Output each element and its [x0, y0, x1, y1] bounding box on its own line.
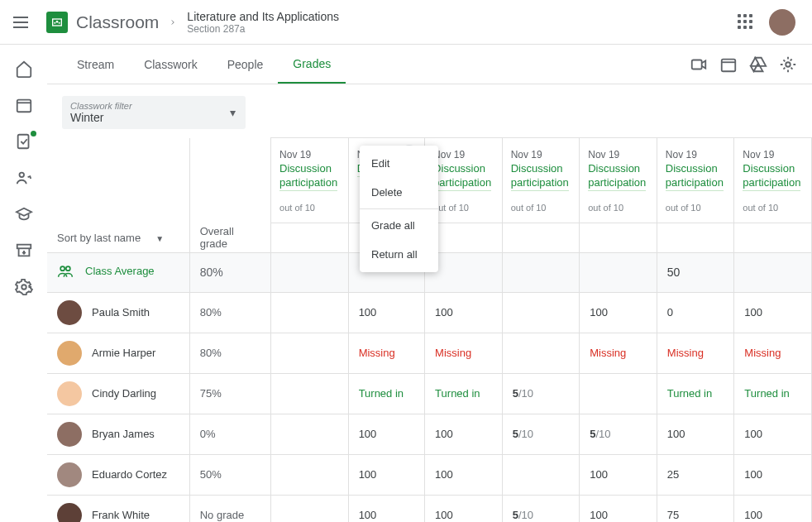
home-icon[interactable]: [15, 60, 33, 78]
assignment-header[interactable]: Nov 19Discussion participationout of 10: [271, 138, 349, 223]
grade-cell[interactable]: 5/10: [502, 414, 580, 454]
grade-cell[interactable]: 100: [425, 454, 503, 495]
grade-cell[interactable]: Turned in: [348, 373, 424, 414]
drive-icon[interactable]: [749, 55, 767, 74]
grade-cell[interactable]: [502, 333, 580, 373]
settings-icon[interactable]: [15, 278, 33, 296]
calendar-icon[interactable]: [15, 96, 33, 114]
assignment-link[interactable]: Discussion participation: [588, 162, 646, 191]
grade-cell[interactable]: Missing: [348, 333, 424, 373]
sort-by-last-name[interactable]: Sort by last name▼: [47, 223, 189, 252]
grade-cell[interactable]: 100: [348, 414, 424, 454]
grade-cell[interactable]: 100: [580, 454, 657, 495]
calendar-tab-icon[interactable]: [719, 55, 738, 74]
brand-name[interactable]: Classroom: [76, 12, 159, 32]
assignment-link[interactable]: Discussion participation: [743, 162, 800, 191]
filter-value: Winter: [70, 111, 237, 124]
grade-cell[interactable]: 25: [657, 454, 734, 495]
grade-cell[interactable]: [271, 373, 349, 414]
student-overall: 0%: [189, 414, 270, 454]
grade-cell[interactable]: 100: [734, 292, 812, 333]
tab-people[interactable]: People: [213, 45, 279, 84]
grade-cell[interactable]: 5/10: [502, 495, 580, 522]
grade-cell[interactable]: 100: [348, 454, 424, 495]
svg-rect-7: [17, 245, 31, 249]
table-row[interactable]: Cindy Darling75%Turned inTurned in5/10Tu…: [47, 373, 812, 414]
grade-cell[interactable]: [502, 454, 580, 495]
menu-return-all[interactable]: Return all: [360, 240, 438, 269]
assignment-link[interactable]: Discussion participation: [511, 162, 569, 191]
avatar: [57, 422, 82, 447]
table-row[interactable]: Bryan James0%1001005/105/10100100: [47, 414, 812, 454]
breadcrumb[interactable]: Literature and Its Applications Section …: [187, 10, 339, 35]
table-row[interactable]: Frank WhiteNo grade1001005/1010075100: [47, 495, 812, 522]
grade-cell[interactable]: 100: [348, 495, 424, 522]
grade-cell[interactable]: Turned in: [425, 373, 503, 414]
google-apps-icon[interactable]: [738, 14, 754, 31]
class-title: Literature and Its Applications: [187, 10, 339, 23]
grade-cell[interactable]: 100: [348, 292, 424, 333]
assignment-header[interactable]: Nov 19Discussion participationout of 10: [734, 138, 812, 223]
archive-icon[interactable]: [15, 242, 33, 260]
grade-cell[interactable]: 0: [657, 292, 734, 333]
assignment-date: Nov 19: [743, 149, 774, 160]
menu-icon[interactable]: [13, 12, 33, 32]
classroom-logo[interactable]: [46, 12, 68, 33]
assignment-header[interactable]: Nov 19Discussion participationout of 10: [657, 138, 734, 223]
tab-grades[interactable]: Grades: [278, 45, 346, 84]
grade-cell[interactable]: 100: [734, 454, 812, 495]
grade-cell[interactable]: 100: [734, 495, 812, 522]
grade-cell[interactable]: 100: [580, 495, 657, 522]
assignment-header[interactable]: Nov 19Discussion participationout of 10: [502, 138, 580, 223]
avatar: [57, 503, 82, 522]
assignment-link[interactable]: Discussion participation: [433, 162, 491, 191]
grade-cell[interactable]: [271, 414, 349, 454]
grade-cell[interactable]: Missing: [657, 333, 734, 373]
classwork-filter[interactable]: Classwork filter Winter ▾: [62, 96, 246, 129]
grade-cell[interactable]: 100: [425, 495, 503, 522]
assignment-link[interactable]: Discussion participation: [279, 162, 337, 191]
assignment-outof: out of 10: [511, 203, 571, 213]
grade-cell[interactable]: Missing: [580, 333, 657, 373]
grade-cell[interactable]: Turned in: [657, 373, 734, 414]
tab-classwork[interactable]: Classwork: [129, 45, 213, 84]
assignment-header[interactable]: Nov 19Discussion participationout of 10: [580, 138, 657, 223]
todo-icon[interactable]: [15, 132, 33, 151]
svg-point-11: [786, 62, 791, 67]
table-row[interactable]: Armie Harper80%MissingMissingMissingMiss…: [47, 333, 812, 373]
table-row[interactable]: Eduardo Cortez50%10010010025100: [47, 454, 812, 495]
gear-icon[interactable]: [779, 55, 797, 74]
grade-cell[interactable]: Missing: [425, 333, 503, 373]
grade-cell[interactable]: Missing: [734, 333, 812, 373]
grade-cell[interactable]: Turned in: [734, 373, 812, 414]
grade-cell[interactable]: 100: [425, 292, 503, 333]
table-row[interactable]: Paula Smith80%1001001000100: [47, 292, 812, 333]
grade-cell[interactable]: [271, 495, 349, 522]
grade-cell[interactable]: [271, 454, 349, 495]
assignment-outof: out of 10: [279, 203, 340, 213]
grade-cell[interactable]: 5/10: [502, 373, 580, 414]
grade-cell[interactable]: 100: [425, 414, 503, 454]
assignment-outof: out of 10: [433, 203, 494, 213]
grade-cell[interactable]: 100: [657, 414, 734, 454]
menu-edit[interactable]: Edit: [360, 149, 438, 178]
menu-delete[interactable]: Delete: [360, 178, 438, 207]
meet-icon[interactable]: [690, 55, 708, 74]
student-name: Bryan James: [92, 428, 155, 440]
graduation-icon[interactable]: [15, 205, 33, 223]
grade-cell[interactable]: [502, 292, 580, 333]
assignment-link[interactable]: Discussion participation: [666, 162, 724, 191]
grade-cell[interactable]: [271, 333, 349, 373]
people-icon[interactable]: [15, 169, 33, 187]
grade-cell[interactable]: 75: [657, 495, 734, 522]
menu-grade-all[interactable]: Grade all: [360, 211, 438, 240]
grade-cell[interactable]: [580, 373, 657, 414]
assignment-date: Nov 19: [279, 149, 311, 160]
account-avatar[interactable]: [769, 9, 795, 36]
svg-point-2: [54, 22, 55, 23]
grade-cell[interactable]: [271, 292, 349, 333]
grade-cell[interactable]: 100: [734, 414, 812, 454]
grade-cell[interactable]: 5/10: [580, 414, 657, 454]
grade-cell[interactable]: 100: [580, 292, 657, 333]
tab-stream[interactable]: Stream: [62, 45, 129, 84]
